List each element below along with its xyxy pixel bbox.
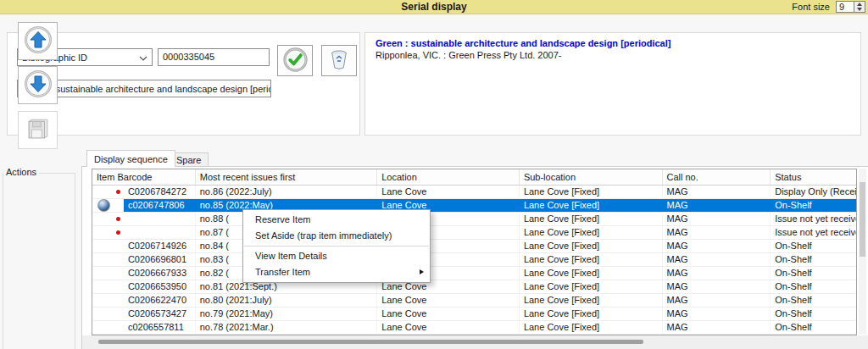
actions-label: Actions: [3, 167, 39, 177]
bibliographic-id-value: 0000335045: [163, 52, 214, 62]
page-title: Serial display: [0, 1, 868, 13]
font-size-label: Font size: [792, 2, 830, 12]
table-row[interactable]: c0206747806no.85 (2022:May)Lane CoveLane…: [92, 199, 856, 213]
table-header: Item BarcodeMost recent issues firstLoca…: [92, 169, 856, 186]
cell-issue: no.78 (2021:Mar.): [196, 321, 378, 334]
red-dot-icon: [92, 213, 124, 225]
cell-location: Lane Cove: [377, 321, 520, 334]
column-header[interactable]: Sub-location: [520, 169, 663, 185]
sphere-icon: [92, 199, 124, 212]
items-table: Item BarcodeMost recent issues firstLoca…: [92, 169, 857, 335]
cell-status: Issue not yet received: [771, 213, 856, 225]
menu-item[interactable]: Reserve Item: [243, 212, 430, 228]
save-button[interactable]: [18, 111, 58, 149]
green-check-icon: [282, 47, 309, 75]
cell-status: On-Shelf: [771, 321, 856, 334]
cell-sublocation: Lane Cove [Fixed]: [520, 240, 663, 252]
table-row[interactable]: C0206573427no.79 (2021:May)Lane CoveLane…: [92, 307, 856, 321]
font-size-spinner[interactable]: [854, 1, 865, 13]
bibliographic-id-input[interactable]: 0000335045: [158, 48, 270, 66]
cell-status: Issue not yet received: [771, 226, 856, 239]
row-marker-empty: [92, 294, 124, 307]
vertical-scrollbar[interactable]: [859, 169, 866, 335]
cell-sublocation: Lane Cove [Fixed]: [520, 280, 663, 293]
trash-icon: [329, 48, 349, 73]
cell-status: On-Shelf: [771, 199, 856, 212]
title-select-value: Green : sustainable architecture and lan…: [22, 84, 271, 94]
table-row[interactable]: C0206714926no.84 (Lane Cove [Fixed]MAGOn…: [92, 240, 856, 253]
delete-button[interactable]: [321, 45, 357, 76]
cell-call_no: MAG: [663, 280, 771, 293]
record-title: Green : sustainable architecture and lan…: [376, 38, 670, 48]
cell-status: On-Shelf: [771, 307, 856, 320]
row-marker-empty: [92, 240, 124, 252]
column-header[interactable]: Call no.: [663, 169, 771, 185]
move-down-button[interactable]: [18, 66, 58, 104]
cell-barcode: [124, 213, 196, 225]
move-up-button[interactable]: [18, 22, 58, 60]
menu-separator: [244, 246, 429, 247]
horizontal-scrollbar-thumb[interactable]: [98, 340, 643, 344]
table-row[interactable]: C0206653950no.81 (2021:Sept.)Lane CoveLa…: [92, 280, 856, 294]
cell-barcode: C0206653950: [124, 280, 196, 293]
cell-call_no: MAG: [663, 253, 771, 266]
row-marker-empty: [92, 280, 124, 293]
cell-call_no: MAG: [663, 226, 771, 239]
cell-issue: no.79 (2021:May): [196, 307, 378, 320]
cell-sublocation: Lane Cove [Fixed]: [520, 267, 663, 280]
arrow-down-icon: [23, 69, 53, 102]
cell-status: On-Shelf: [771, 267, 856, 280]
column-header[interactable]: Status: [771, 169, 856, 185]
chevron-down-icon: [139, 53, 147, 63]
horizontal-scrollbar[interactable]: [82, 335, 868, 349]
cell-sublocation: Lane Cove [Fixed]: [520, 213, 663, 225]
arrow-up-icon: [23, 25, 53, 58]
column-header[interactable]: Most recent issues first: [196, 169, 378, 185]
confirm-button[interactable]: [277, 45, 313, 76]
row-marker-empty: [92, 267, 124, 280]
cell-status: On-Shelf: [771, 240, 856, 252]
row-marker-empty: [92, 253, 124, 266]
lookup-panel: Bibliographic ID 0000335045 Green : sust…: [7, 32, 360, 136]
cell-barcode: C0206784272: [124, 186, 196, 198]
cell-call_no: MAG: [663, 307, 771, 320]
cell-call_no: MAG: [663, 294, 771, 307]
cell-barcode: c0206747806: [124, 199, 196, 212]
record-panel: Green : sustainable architecture and lan…: [364, 32, 861, 136]
column-header[interactable]: Location: [377, 169, 520, 185]
spinner-down-icon[interactable]: [854, 7, 865, 12]
cell-call_no: MAG: [663, 199, 771, 212]
cell-barcode: C0206573427: [124, 307, 196, 320]
row-marker-empty: [92, 307, 124, 320]
cell-sublocation: Lane Cove [Fixed]: [520, 186, 663, 198]
table-row[interactable]: C0206696801no.83 (Lane Cove [Fixed]MAGOn…: [92, 253, 856, 267]
tab-display-sequence[interactable]: Display sequence: [86, 150, 175, 167]
cell-call_no: MAG: [663, 240, 771, 252]
cell-status: On-Shelf: [771, 280, 856, 293]
table-row[interactable]: c0206557811no.78 (2021:Mar.)Lane CoveLan…: [92, 321, 856, 335]
vertical-scrollbar-thumb[interactable]: [860, 182, 865, 257]
record-imprint: Ripponlea, VIC. : Green Press Pty Ltd. 2…: [376, 50, 562, 60]
menu-item[interactable]: Set Aside (trap item immediately): [243, 228, 430, 244]
table-body: C0206784272no.86 (2022:July)Lane CoveLan…: [92, 186, 856, 335]
cell-sublocation: Lane Cove [Fixed]: [520, 294, 663, 307]
cell-call_no: MAG: [663, 267, 771, 280]
table-row[interactable]: no.87 (Lane Cove [Fixed]MAGIssue not yet…: [92, 226, 856, 240]
cell-sublocation: Lane Cove [Fixed]: [520, 226, 663, 239]
cell-status: Display Only (Receive: [771, 186, 856, 198]
menu-item[interactable]: View Item Details: [243, 248, 430, 264]
cell-barcode: [124, 226, 196, 239]
cell-location: Lane Cove: [377, 307, 520, 320]
table-row[interactable]: C0206622470no.80 (2021:July)Lane CoveLan…: [92, 294, 856, 307]
table-row[interactable]: C0206667933no.82 (Lane Cove [Fixed]MAGOn…: [92, 267, 856, 280]
table-row[interactable]: no.88 (Lane Cove [Fixed]MAGIssue not yet…: [92, 213, 856, 226]
cell-barcode: C0206714926: [124, 240, 196, 252]
column-header[interactable]: Item Barcode: [92, 169, 196, 185]
cell-barcode: C0206622470: [124, 294, 196, 307]
table-row[interactable]: C0206784272no.86 (2022:July)Lane CoveLan…: [92, 186, 856, 199]
font-size-input[interactable]: 9: [836, 1, 854, 13]
context-menu: Reserve ItemSet Aside (trap item immedia…: [242, 209, 431, 283]
cell-status: On-Shelf: [771, 253, 856, 266]
cell-location: Lane Cove: [377, 186, 520, 198]
menu-item[interactable]: Transfer Item: [243, 264, 430, 280]
